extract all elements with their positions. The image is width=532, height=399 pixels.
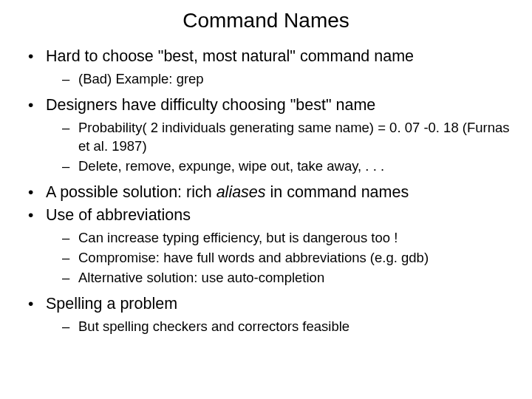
bullet-4: Use of abbreviations Can increase typing… bbox=[28, 205, 517, 287]
bullet-3-pre: A possible solution: rich bbox=[46, 183, 216, 201]
bullet-4-text: Use of abbreviations bbox=[46, 206, 191, 224]
bullet-1: Hard to choose "best, most natural" comm… bbox=[28, 46, 517, 89]
bullet-5-sub-1: But spelling checkers and correctors fea… bbox=[62, 318, 517, 336]
bullet-1-sublist: (Bad) Example: grep bbox=[46, 70, 517, 89]
slide-title: Command Names bbox=[15, 9, 517, 33]
bullet-4-sub-3: Alternative solution: use auto-completio… bbox=[62, 269, 517, 287]
bullet-4-sub-1: Can increase typing efficiency, but is d… bbox=[62, 229, 517, 248]
bullet-3-post: in command names bbox=[266, 183, 409, 201]
slide: Command Names Hard to choose "best, most… bbox=[0, 0, 532, 399]
bullet-2-sublist: Probability( 2 individuals generating sa… bbox=[46, 119, 517, 176]
bullet-2-text: Designers have difficulty choosing "best… bbox=[46, 96, 375, 114]
bullet-2-sub-1: Probability( 2 individuals generating sa… bbox=[62, 119, 517, 156]
bullet-5-sublist: But spelling checkers and correctors fea… bbox=[46, 318, 517, 336]
bullet-1-sub-1: (Bad) Example: grep bbox=[62, 70, 517, 89]
bullet-list: Hard to choose "best, most natural" comm… bbox=[15, 46, 517, 336]
bullet-4-sub-2: Compromise: have full words and abbrevia… bbox=[62, 249, 517, 267]
bullet-2-sub-2: Delete, remove, expunge, wipe out, take … bbox=[62, 157, 517, 176]
bullet-4-sublist: Can increase typing efficiency, but is d… bbox=[46, 229, 517, 287]
bullet-1-text: Hard to choose "best, most natural" comm… bbox=[46, 47, 414, 65]
bullet-5: Spelling a problem But spelling checkers… bbox=[28, 293, 517, 336]
bullet-5-text: Spelling a problem bbox=[46, 295, 177, 313]
bullet-3-emphasis: aliases bbox=[216, 183, 266, 201]
bullet-2: Designers have difficulty choosing "best… bbox=[28, 95, 517, 176]
bullet-3: A possible solution: rich aliases in com… bbox=[28, 182, 517, 203]
